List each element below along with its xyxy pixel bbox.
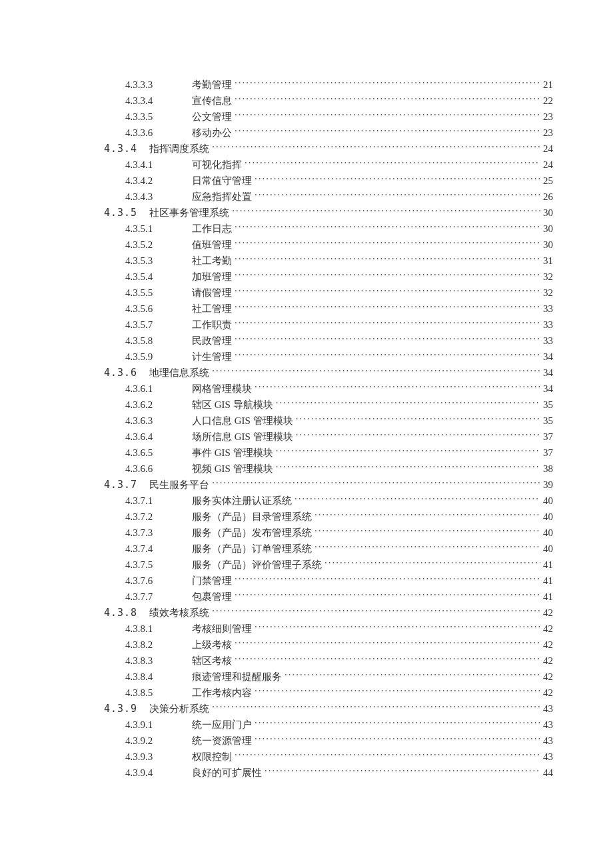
toc-entry[interactable]: 4.3.5.5请假管理32	[60, 285, 553, 301]
toc-leader-dots	[235, 334, 540, 344]
toc-leader-dots	[296, 414, 540, 424]
toc-entry[interactable]: 4.3.6.5事件 GIS 管理模块37	[60, 445, 553, 461]
toc-entry[interactable]: 4.3.4.2日常值守管理25	[60, 173, 553, 189]
toc-entry[interactable]: 4.3.8.5工作考核内容42	[60, 685, 553, 701]
toc-leader-dots	[212, 606, 540, 616]
toc-entry[interactable]: 4.3.3.5公文管理23	[60, 109, 553, 125]
toc-entry[interactable]: 4.3.9.3权限控制43	[60, 749, 553, 765]
toc-entry[interactable]: 4.3.8绩效考核系统42	[60, 605, 553, 621]
toc-leader-dots	[235, 238, 540, 248]
toc-entry-number: 4.3.9.1	[125, 717, 160, 733]
toc-entry[interactable]: 4.3.5.3社工考勤31	[60, 253, 553, 269]
toc-entry-page: 42	[543, 637, 553, 653]
toc-entry[interactable]: 4.3.7.4服务（产品）订单管理系统40	[60, 541, 553, 557]
toc-entry-page: 43	[543, 717, 553, 733]
toc-entry-page: 32	[543, 285, 553, 301]
toc-entry-number: 4.3.3.4	[125, 93, 160, 109]
toc-entry[interactable]: 4.3.3.4宣传信息22	[60, 93, 553, 109]
toc-entry[interactable]: 4.3.5社区事务管理系统30	[60, 205, 553, 221]
toc-entry-page: 40	[543, 525, 553, 541]
toc-entry-title: 值班管理	[192, 237, 232, 253]
toc-entry-number: 4.3.6.3	[125, 413, 160, 429]
toc-entry[interactable]: 4.3.6.3人口信息 GIS 管理模块35	[60, 413, 553, 429]
toc-entry[interactable]: 4.3.7.3服务（产品）发布管理系统40	[60, 525, 553, 541]
toc-entry[interactable]: 4.3.5.7工作职责33	[60, 317, 553, 333]
toc-entry-number: 4.3.8.5	[125, 685, 160, 701]
toc-entry[interactable]: 4.3.8.1考核细则管理42	[60, 621, 553, 637]
toc-entry[interactable]: 4.3.6.6视频 GIS 管理模块38	[60, 461, 553, 477]
toc-entry-page: 43	[543, 733, 553, 749]
toc-entry[interactable]: 4.3.4.1可视化指挥24	[60, 157, 553, 173]
toc-leader-dots	[314, 526, 540, 536]
toc-entry[interactable]: 4.3.7.5服务（产品）评价管理子系统41	[60, 557, 553, 573]
toc-leader-dots	[235, 574, 540, 584]
toc-entry-title: 民生服务平台	[149, 477, 209, 493]
toc-entry[interactable]: 4.3.5.4加班管理32	[60, 269, 553, 285]
toc-entry[interactable]: 4.3.7.2服务（产品）目录管理系统40	[60, 509, 553, 525]
toc-entry-title: 事件 GIS 管理模块	[192, 445, 273, 461]
toc-entry[interactable]: 4.3.3.6移动办公23	[60, 125, 553, 141]
toc-entry[interactable]: 4.3.5.1工作日志30	[60, 221, 553, 237]
toc-entry[interactable]: 4.3.9.2统一资源管理43	[60, 733, 553, 749]
toc-entry-number: 4.3.7.5	[125, 557, 160, 573]
toc-entry-number: 4.3.8.4	[125, 669, 160, 685]
toc-entry-number: 4.3.5.9	[125, 349, 160, 365]
toc-leader-dots	[235, 270, 540, 280]
toc-entry-title: 服务（产品）订单管理系统	[192, 541, 312, 557]
toc-entry-page: 32	[543, 269, 553, 285]
toc-entry[interactable]: 4.3.7.1服务实体注册认证系统40	[60, 493, 553, 509]
toc-entry[interactable]: 4.3.5.8民政管理33	[60, 333, 553, 349]
toc-entry-page: 23	[543, 109, 553, 125]
toc-entry[interactable]: 4.3.6地理信息系统34	[60, 365, 553, 381]
toc-entry[interactable]: 4.3.6.1网格管理模块34	[60, 381, 553, 397]
toc-entry[interactable]: 4.3.8.2上级考核42	[60, 637, 553, 653]
toc-entry[interactable]: 4.3.7.6门禁管理41	[60, 573, 553, 589]
toc-entry-page: 34	[543, 349, 553, 365]
toc-entry-number: 4.3.9	[104, 701, 137, 717]
toc-entry-title: 服务（产品）评价管理子系统	[192, 557, 322, 573]
toc-entry-page: 33	[543, 301, 553, 317]
toc-entry-number: 4.3.5.7	[125, 317, 160, 333]
toc-entry[interactable]: 4.3.6.4场所信息 GIS 管理模块37	[60, 429, 553, 445]
toc-entry-page: 42	[543, 685, 553, 701]
toc-entry[interactable]: 4.3.9决策分析系统43	[60, 701, 553, 717]
toc-entry[interactable]: 4.3.5.9计生管理34	[60, 349, 553, 365]
toc-entry-page: 43	[543, 749, 553, 765]
toc-entry-title: 痕迹管理和提醒服务	[192, 669, 282, 685]
toc-entry[interactable]: 4.3.4指挥调度系统24	[60, 141, 553, 157]
toc-entry-page: 42	[543, 653, 553, 669]
toc-entry[interactable]: 4.3.4.3应急指挥处置26	[60, 189, 553, 205]
toc-entry[interactable]: 4.3.3.3考勤管理21	[60, 77, 553, 93]
toc-entry-title: 视频 GIS 管理模块	[192, 461, 273, 477]
toc-leader-dots	[255, 382, 540, 392]
toc-entry-title: 宣传信息	[192, 93, 232, 109]
toc-leader-dots	[235, 286, 540, 296]
toc-entry[interactable]: 4.3.9.1统一应用门户43	[60, 717, 553, 733]
toc-entry-number: 4.3.7.7	[125, 589, 160, 605]
toc-entry[interactable]: 4.3.5.6社工管理33	[60, 301, 553, 317]
toc-entry-page: 33	[543, 317, 553, 333]
toc-leader-dots	[265, 766, 540, 776]
toc-entry-page: 30	[543, 221, 553, 237]
toc-leader-dots	[255, 174, 540, 184]
toc-entry[interactable]: 4.3.5.2值班管理30	[60, 237, 553, 253]
toc-leader-dots	[235, 110, 540, 120]
toc-entry[interactable]: 4.3.8.4痕迹管理和提醒服务42	[60, 669, 553, 685]
toc-entry-title: 日常值守管理	[192, 173, 252, 189]
toc-entry-title: 考勤管理	[192, 77, 232, 93]
toc-entry-title: 场所信息 GIS 管理模块	[192, 429, 293, 445]
toc-entry[interactable]: 4.3.7.7包裹管理41	[60, 589, 553, 605]
toc-entry-title: 服务（产品）目录管理系统	[192, 509, 312, 525]
toc-entry[interactable]: 4.3.8.3辖区考核42	[60, 653, 553, 669]
toc-entry-title: 上级考核	[192, 637, 232, 653]
toc-entry-number: 4.3.9.4	[125, 765, 160, 781]
toc-entry-title: 社区事务管理系统	[149, 205, 229, 221]
toc-entry-page: 22	[543, 93, 553, 109]
toc-entry-number: 4.3.7	[104, 477, 137, 493]
toc-entry[interactable]: 4.3.9.4良好的可扩展性44	[60, 765, 553, 781]
toc-entry[interactable]: 4.3.6.2辖区 GIS 导航模块35	[60, 397, 553, 413]
toc-entry[interactable]: 4.3.7民生服务平台39	[60, 477, 553, 493]
toc-entry-page: 44	[543, 765, 553, 781]
toc-entry-number: 4.3.6.5	[125, 445, 160, 461]
toc-entry-page: 41	[543, 557, 553, 573]
